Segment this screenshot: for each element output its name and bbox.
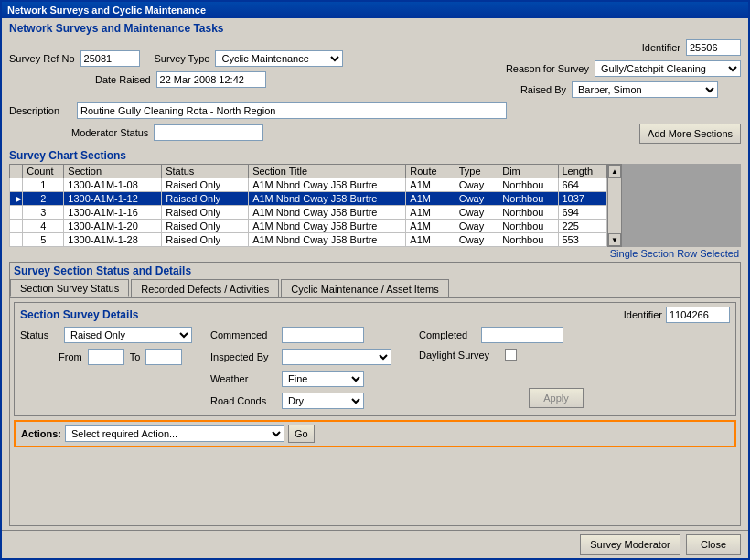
bottom-bar: Survey Moderator Close bbox=[2, 530, 748, 558]
tab-cyclic-maintenance[interactable]: Cyclic Maintenance / Asset Items bbox=[281, 279, 448, 297]
date-raised-input[interactable] bbox=[156, 71, 266, 88]
description-input[interactable] bbox=[77, 102, 507, 119]
col-count: Count bbox=[23, 165, 64, 178]
survey-type-label: Survey Type bbox=[155, 53, 210, 64]
moderator-status-label: Moderator Status bbox=[71, 127, 148, 138]
table-row[interactable]: 51300-A1M-1-28Raised OnlyA1M Nbnd Cway J… bbox=[10, 233, 607, 247]
section-identifier-input[interactable] bbox=[666, 307, 730, 323]
chart-preview bbox=[622, 164, 741, 247]
moderator-status-input[interactable] bbox=[154, 124, 263, 141]
from-input[interactable] bbox=[88, 349, 124, 365]
actions-label: Actions: bbox=[21, 428, 61, 439]
table-row[interactable]: 41300-A1M-1-20Raised OnlyA1M Nbnd Cway J… bbox=[10, 220, 607, 233]
completed-label: Completed bbox=[419, 329, 476, 340]
raised-by-select[interactable]: Barber, Simon bbox=[572, 81, 718, 98]
completed-input[interactable] bbox=[481, 327, 563, 343]
daylight-survey-label: Daylight Survey bbox=[419, 350, 499, 361]
description-label: Description bbox=[9, 105, 71, 116]
identifier-input[interactable] bbox=[686, 39, 741, 56]
inspected-by-label: Inspected By bbox=[210, 351, 276, 362]
section-status-header: Survey Section Status and Details bbox=[14, 264, 191, 277]
single-section-note: Single Section Row Selected bbox=[9, 248, 741, 259]
to-label: To bbox=[130, 351, 141, 362]
inspected-by-select[interactable] bbox=[282, 349, 391, 365]
raised-by-label: Raised By bbox=[520, 84, 566, 95]
main-header: Network Surveys and Maintenance Tasks bbox=[9, 22, 741, 35]
scroll-down-button[interactable]: ▼ bbox=[608, 233, 621, 246]
road-conds-label: Road Conds bbox=[210, 395, 276, 406]
add-more-sections-button[interactable]: Add More Sections bbox=[639, 124, 741, 144]
table-scrollbar[interactable]: ▲ ▼ bbox=[607, 164, 622, 247]
commenced-input[interactable] bbox=[282, 327, 364, 343]
survey-chart-header: Survey Chart Sections bbox=[9, 149, 741, 162]
reason-select[interactable]: Gully/Catchpit Cleaning bbox=[595, 60, 741, 77]
close-button[interactable]: Close bbox=[686, 534, 741, 555]
survey-ref-input[interactable] bbox=[80, 50, 140, 67]
col-route: Route bbox=[406, 165, 455, 178]
tab-recorded-defects[interactable]: Recorded Defects / Activities bbox=[131, 279, 279, 297]
survey-table: Count Section Status Section Title Route… bbox=[9, 164, 607, 247]
actions-select[interactable]: Select required Action... bbox=[65, 425, 284, 442]
from-label: From bbox=[59, 351, 82, 362]
title-bar: Network Surveys and Cyclic Maintenance bbox=[2, 2, 748, 18]
section-survey-details-panel: Section Survey Details Identifier Status bbox=[14, 302, 736, 416]
col-length: Length bbox=[558, 165, 607, 178]
col-dim: Dim bbox=[498, 165, 558, 178]
status-field-label: Status bbox=[20, 329, 59, 340]
survey-type-select[interactable]: Cyclic Maintenance Network Survey bbox=[215, 50, 343, 67]
tabs-container: Section Survey Status Recorded Defects /… bbox=[10, 279, 740, 298]
weather-select[interactable]: Fine Cloudy Rain Snow bbox=[282, 371, 364, 387]
daylight-survey-checkbox[interactable] bbox=[505, 349, 517, 361]
survey-moderator-button[interactable]: Survey Moderator bbox=[580, 534, 680, 555]
reason-label: Reason for Survey bbox=[506, 63, 589, 74]
apply-button[interactable]: Apply bbox=[529, 388, 584, 408]
col-status: Status bbox=[162, 165, 249, 178]
scroll-up-button[interactable]: ▲ bbox=[608, 165, 621, 178]
table-row[interactable]: 11300-A1M-1-08Raised OnlyA1M Nbnd Cway J… bbox=[10, 178, 607, 192]
status-select[interactable]: Raised Only In Progress Completed bbox=[64, 327, 192, 343]
tab-section-survey-status[interactable]: Section Survey Status bbox=[10, 279, 129, 297]
col-section: Section bbox=[64, 165, 162, 178]
weather-label: Weather bbox=[210, 373, 276, 384]
road-conds-select[interactable]: Dry Wet Icy bbox=[282, 393, 364, 409]
go-button[interactable]: Go bbox=[288, 425, 315, 443]
section-identifier-label: Identifier bbox=[624, 309, 662, 320]
window-title: Network Surveys and Cyclic Maintenance bbox=[7, 5, 206, 16]
col-arrow bbox=[10, 165, 23, 178]
commenced-label: Commenced bbox=[210, 329, 276, 340]
to-input[interactable] bbox=[145, 349, 182, 365]
date-raised-label: Date Raised bbox=[95, 74, 151, 85]
survey-ref-label: Survey Ref No bbox=[9, 53, 75, 64]
col-title: Section Title bbox=[249, 165, 406, 178]
col-type: Type bbox=[455, 165, 498, 178]
details-header: Section Survey Details bbox=[20, 308, 138, 321]
identifier-label: Identifier bbox=[642, 42, 680, 53]
table-row[interactable]: 31300-A1M-1-16Raised OnlyA1M Nbnd Cway J… bbox=[10, 206, 607, 220]
table-row[interactable]: ►21300-A1M-1-12Raised OnlyA1M Nbnd Cway … bbox=[10, 192, 607, 206]
